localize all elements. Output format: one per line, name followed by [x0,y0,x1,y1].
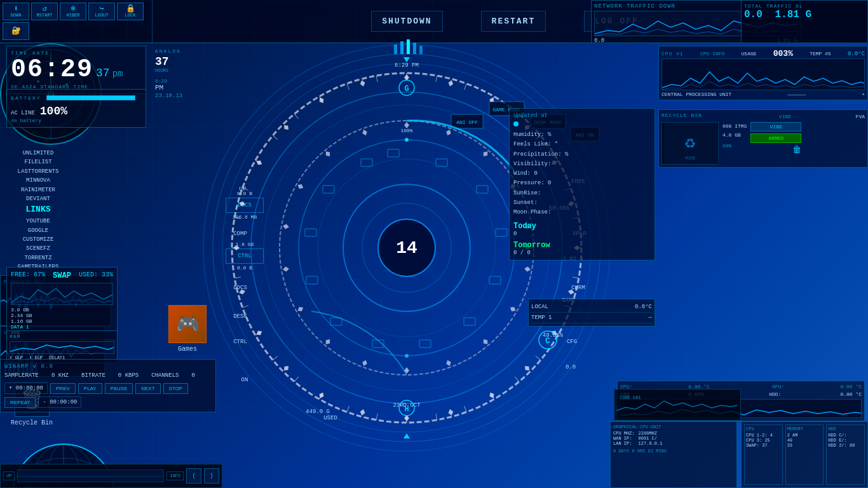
link-google[interactable]: GOOGLE [4,226,72,235]
battery-bar [46,95,135,100]
svg-point-166 [405,138,409,142]
svg-marker-175 [403,57,410,62]
link-filelist[interactable]: FILELIST [4,158,72,166]
lock-icon: 🔒 [126,5,135,13]
svg-marker-100 [359,79,365,87]
link-lasttorrents[interactable]: LASTTORRENTS [4,167,72,176]
link-customize[interactable]: CUSTOMIZE [4,235,72,244]
svg-marker-99 [318,97,325,105]
svg-point-169 [405,354,409,358]
svg-text:CHRM: CHRM [571,285,585,291]
link-minnova[interactable]: MINNOVA [4,176,72,185]
svg-marker-113 [297,306,305,313]
play-button[interactable]: PLAY [78,383,102,394]
svg-marker-106 [524,266,531,273]
svg-rect-156 [489,276,501,284]
winamp-panel: WINAMP v 0.0 SAMPLERATE 0 KHZ BITRATE 0 … [0,359,216,412]
progress-bar[interactable] [17,470,164,482]
svg-marker-118 [362,129,369,137]
restart-icon: ↺ [42,5,46,13]
svg-rect-163 [323,186,334,193]
restart-button[interactable]: ↺ RSTART [31,3,58,20]
svg-line-72 [273,135,278,139]
link-rainimeter[interactable]: RAINIMETER [4,186,72,194]
svg-marker-78 [447,79,454,87]
svg-rect-154 [477,186,488,193]
svg-text:49.35%: 49.35% [543,332,564,339]
next-icon[interactable]: ⟩ [204,468,219,484]
link-youtube[interactable]: YOUTUBE [4,217,72,226]
svg-marker-93 [255,329,264,337]
svg-line-60 [376,414,377,420]
svg-text:ANI OFF: ANI OFF [456,119,478,125]
top-icons: ⬇ DOWN ↺ RSTART ❄ HIBER ↪ LGOUT 🔒 LOCK 🔐 [0,0,153,43]
svg-line-75 [347,84,349,90]
logout-button[interactable]: ↪ LGOUT [88,3,115,20]
recycle-armed-badge: ARMED [750,133,801,143]
hibernate-button[interactable]: ❄ HIBER [60,3,86,20]
svg-marker-87 [488,391,496,400]
svg-text:VUSE: VUSE [684,156,695,161]
svg-rect-172 [407,39,410,54]
svg-line-63 [294,377,298,382]
svg-text:14: 14 [396,238,417,258]
svg-text:USED: USED [323,415,337,421]
svg-rect-174 [419,46,423,54]
svg-rect-164 [361,159,372,166]
svg-text:♻: ♻ [684,133,695,153]
svg-marker-176 [403,433,410,438]
pause-button[interactable]: PAUSE [105,383,133,394]
svg-line-67 [234,277,241,278]
info-btn[interactable]: INFO [166,471,184,480]
svg-line-58 [436,414,437,420]
total-traffic-panel: TOTAL TRAFFIC DL 0.0 1.81 G [741,0,868,43]
link-deviant[interactable]: DEVIANT [4,194,72,203]
svg-rect-162 [305,229,316,236]
swap-panel: FREE: 67% SWAP USED: 33% 3.9 GB 2.34 GB … [6,267,118,340]
link-scenefz[interactable]: SCENEFZ [4,244,72,253]
recycle-vibe-badge: VIBE [750,122,801,132]
down-button[interactable]: ⬇ DOWN [3,3,29,20]
link-links[interactable]: LINKS [4,203,72,217]
clock-ampm: pm [112,69,123,79]
svg-text:DOCS: DOCS [233,285,247,291]
svg-marker-107 [509,306,517,313]
lock-button[interactable]: 🔒 LOCK [117,3,144,20]
svg-line-55 [515,377,519,382]
link-torrentz[interactable]: TORRENTZ [4,254,72,262]
prev-button[interactable]: PREV [50,383,76,394]
svg-text:CORE 501: CORE 501 [620,395,641,400]
svg-text:6:29  PM: 6:29 PM [395,62,419,69]
weather-panel: Updated at Humidity: % Feels Like: * Pre… [509,108,655,261]
misc-corner-panel: CORE 501 [614,389,741,421]
svg-marker-102 [445,129,452,137]
swap-chart [11,283,113,305]
lock2-button[interactable]: 🔐 [3,22,29,40]
recycle-bin-label: Recycle Bin [11,419,53,426]
link-unlimited[interactable]: UNLIMITED [4,149,72,158]
hdd-stats-section: HDD HDD C/: HDD E/: HDD 2/: 80 [826,424,865,485]
svg-rect-155 [496,229,507,236]
battery-panel: BATTERY AC LINE 100% no battery [6,89,146,128]
bottom-right-panel: CPU CPU 1-2: 4 CPU 3: 25 SWAP: 37 MEMORY… [741,421,868,488]
svg-rect-152 [388,149,399,157]
svg-marker-86 [523,364,531,372]
svg-text:COMP: COMP [233,231,247,237]
recycle-status: VIBE ARMED 🗑 [750,122,801,165]
repeat-button[interactable]: REPEAT [4,397,36,408]
cpu-panel: CPU #1 CPU INFO USAGE 003% TEMP #5 0.0°C… [658,46,868,100]
svg-rect-170 [394,44,397,54]
prev-icon[interactable]: ⟨ [186,468,201,484]
svg-text:G: G [404,85,409,93]
recycle-delete-icon[interactable]: 🗑 [750,145,801,155]
svg-line-66 [243,306,248,308]
svg-marker-115 [282,224,289,230]
up-btn[interactable]: UP [3,471,15,480]
svg-text:CTRL: CTRL [233,339,247,345]
memory-stats-section: MEMORY 2 AM 49 33 [785,424,824,485]
svg-marker-92 [282,364,290,372]
svg-marker-96 [238,200,246,207]
svg-text:H: H [404,405,409,414]
next-button[interactable]: NEXT [135,383,160,394]
down-icon: ⬇ [13,5,18,13]
